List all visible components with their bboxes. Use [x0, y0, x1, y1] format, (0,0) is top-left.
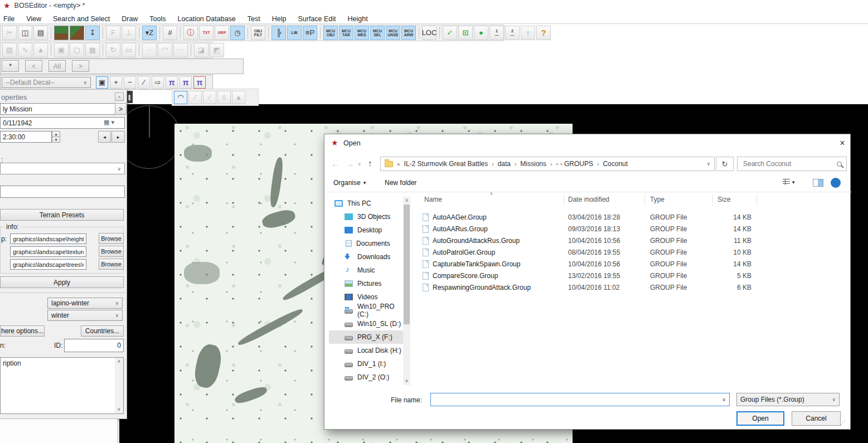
- view-switcher[interactable]: ▾: [783, 179, 795, 185]
- breadcrumb-segment[interactable]: ›- - GROUPS: [550, 160, 593, 168]
- sidebar-item[interactable]: 3D Objects: [329, 210, 403, 223]
- open-button[interactable]: Open: [736, 411, 784, 426]
- column-header-type[interactable]: Type: [650, 196, 665, 203]
- menu-item[interactable]: View: [26, 15, 41, 23]
- sidebar-item[interactable]: Win10_PRO (C:): [329, 304, 403, 317]
- sidebar-item[interactable]: Downloads: [329, 250, 403, 264]
- browse-trees-button[interactable]: Browse: [99, 259, 124, 270]
- sidebar-item[interactable]: Music: [329, 264, 403, 277]
- sidebar-item[interactable]: Local Disk (H:): [329, 344, 403, 357]
- menu-item[interactable]: Surface Edit: [298, 15, 336, 23]
- library-icon[interactable]: LiB: [287, 26, 302, 40]
- add-node-icon[interactable]: ∙−∙: [142, 43, 157, 57]
- sidebar-item[interactable]: Win10_SL (D:): [329, 317, 403, 330]
- mcu-tar-icon[interactable]: MCU TAR: [339, 26, 353, 40]
- trees-path-field[interactable]: [10, 259, 86, 270]
- column-header-date[interactable]: Date modified: [568, 196, 609, 203]
- atmosphere-options-button[interactable]: here options...: [0, 325, 45, 337]
- apply-button[interactable]: Apply: [0, 276, 124, 288]
- filter-prev-button[interactable]: <: [25, 60, 42, 72]
- column-header-name[interactable]: Name: [424, 196, 442, 203]
- refresh-icon[interactable]: ↻: [716, 157, 734, 171]
- help-icon[interactable]: [831, 178, 841, 188]
- remove-decal-icon[interactable]: −: [124, 76, 136, 89]
- font-icon[interactable]: F: [106, 26, 120, 40]
- description-scrollbar[interactable]: ∧ ∨: [115, 358, 123, 413]
- add-texture-icon[interactable]: ▧: [2, 43, 17, 57]
- breadcrumb-segment[interactable]: ›data: [492, 160, 511, 168]
- draw-spline-icon[interactable]: ∿: [18, 43, 32, 57]
- name-field[interactable]: [0, 186, 125, 198]
- file-row[interactable]: AutoAAGer.Group 03/04/2016 18:28 GROUP F…: [423, 211, 760, 223]
- resize-grip[interactable]: ⋰: [840, 420, 846, 426]
- filter-next-button[interactable]: >: [72, 60, 89, 72]
- sidebar-scrollbar[interactable]: ∧ ∨: [403, 197, 410, 385]
- grid-icon[interactable]: #: [163, 26, 177, 40]
- new-folder-button[interactable]: New folder: [385, 179, 416, 187]
- pi-add-icon[interactable]: π: [166, 76, 178, 89]
- chevron-down-icon[interactable]: ∨: [706, 161, 710, 167]
- sidebar-item[interactable]: DIV_2 (O:): [329, 371, 403, 384]
- ruler-icon[interactable]: ▤: [33, 26, 48, 40]
- browse-height-button[interactable]: Browse: [99, 233, 124, 244]
- file-type-select[interactable]: Group Files (*.Group) ∨: [736, 393, 840, 406]
- arrow-up-icon[interactable]: ↑: [521, 26, 535, 40]
- dot-icon[interactable]: ●: [474, 26, 488, 40]
- browse-texture-button[interactable]: Browse: [99, 246, 124, 257]
- waterdrop-icon[interactable]: ◊: [217, 91, 231, 104]
- info-icon[interactable]: ⓘ: [183, 26, 198, 40]
- add-polygon-icon[interactable]: ▲: [33, 43, 48, 57]
- hierarchy-icon[interactable]: ╠: [271, 26, 286, 40]
- menu-item[interactable]: Tools: [149, 15, 166, 23]
- add-arc-icon[interactable]: ◠: [158, 43, 172, 57]
- copy-icon[interactable]: ◫: [18, 26, 32, 40]
- search-input[interactable]: [742, 159, 833, 168]
- pi-frame-icon[interactable]: π: [193, 76, 206, 89]
- group-labels-icon[interactable]: GRP: [215, 26, 229, 40]
- back-icon[interactable]: ←: [331, 159, 340, 168]
- image-1-icon[interactable]: ▣: [54, 43, 69, 57]
- stamp-down-icon[interactable]: ◪: [194, 43, 208, 57]
- scroll-up-icon[interactable]: ∧: [115, 358, 123, 365]
- sidebar-item[interactable]: DIV_1 (I:): [329, 357, 403, 371]
- time-down-icon[interactable]: ▾: [52, 137, 60, 143]
- countries-button[interactable]: Countries...: [81, 325, 124, 337]
- menu-item[interactable]: Draw: [122, 15, 138, 23]
- checker-icon[interactable]: ▩: [85, 43, 100, 57]
- breadcrumb[interactable]: «IL-2 Sturmovik Great Battles›data›Missi…: [380, 157, 715, 171]
- description-field[interactable]: ription ∧ ∨: [0, 357, 124, 414]
- season-select[interactable]: winter ∨: [47, 310, 123, 321]
- menu-item[interactable]: Location Database: [178, 15, 236, 23]
- breadcrumb-segment[interactable]: «IL-2 Sturmovik Great Battles: [397, 160, 488, 168]
- sidebar-item[interactable]: Documents: [329, 237, 403, 250]
- breadcrumb-segment[interactable]: ›Missions: [515, 160, 546, 168]
- filename-combo[interactable]: ∨: [430, 393, 730, 406]
- close-icon[interactable]: ×: [835, 137, 850, 150]
- menu-item[interactable]: Help: [272, 15, 287, 23]
- preview-pane-icon[interactable]: [813, 179, 823, 187]
- file-row[interactable]: CompareScore.Group 13/02/2016 19:55 GROU…: [423, 270, 760, 281]
- menu-item[interactable]: Height: [348, 15, 368, 23]
- list-view-icon[interactable]: [783, 179, 790, 185]
- filter-all-button[interactable]: All: [49, 60, 66, 72]
- expand-button[interactable]: >: [115, 103, 127, 115]
- mission-name-field[interactable]: [0, 103, 115, 115]
- stamp-up-icon[interactable]: ◩: [210, 43, 224, 57]
- sidebar-item[interactable]: This PC: [329, 197, 403, 210]
- route-1-icon[interactable]: 1 ---: [489, 26, 504, 40]
- decal-select[interactable]: --Default Decal-- ∨: [2, 77, 91, 88]
- sort-az-icon[interactable]: ▾Z: [142, 26, 157, 40]
- menu-item[interactable]: Test: [248, 15, 260, 23]
- file-row[interactable]: CapturableTankSpawn.Group 10/04/2016 10:…: [423, 258, 760, 270]
- mcu-mes-icon[interactable]: MCU MES: [355, 26, 369, 40]
- slope-icon[interactable]: ◠: [174, 91, 187, 104]
- split-node-icon[interactable]: −∙−: [173, 43, 188, 57]
- terrain-presets-button[interactable]: Terrain Presets: [0, 209, 124, 221]
- picker-icon[interactable]: ∕: [138, 76, 150, 89]
- close-panel-icon[interactable]: ×: [115, 93, 124, 101]
- chevron-down-icon[interactable]: ∨: [722, 397, 726, 402]
- filename-input[interactable]: [434, 395, 722, 404]
- organise-button[interactable]: Organise ▾: [333, 179, 366, 187]
- check-icon[interactable]: ✓: [443, 26, 457, 40]
- history-chevron-icon[interactable]: ∨: [358, 162, 361, 167]
